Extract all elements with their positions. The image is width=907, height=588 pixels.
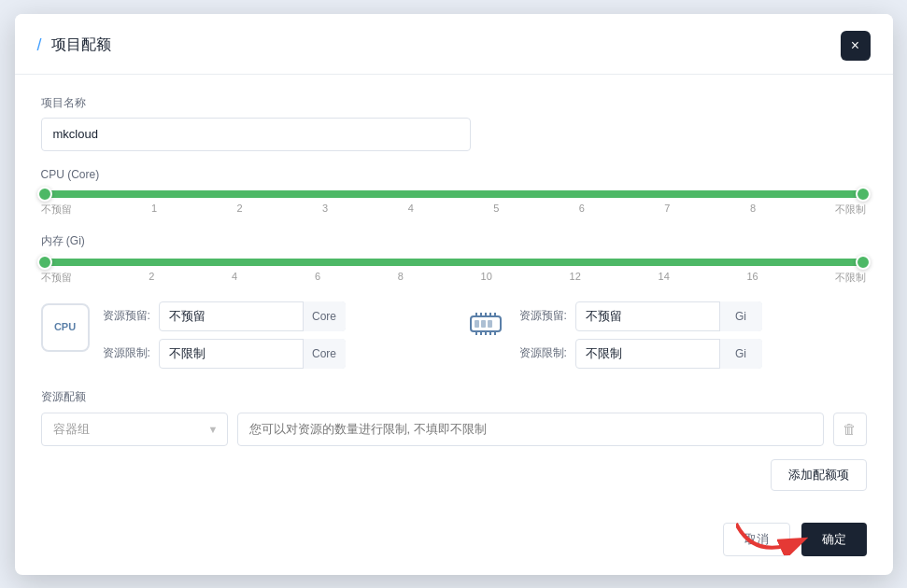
dialog-title: 项目配额: [51, 35, 841, 55]
dialog-body: 项目名称 CPU (Core) 不预留 1 2 3 4 5 6 7: [15, 75, 893, 510]
dialog-footer: 取消 确定: [15, 510, 893, 575]
cpu-slider-thumb-right[interactable]: [856, 187, 871, 202]
svg-rect-3: [488, 320, 492, 328]
cpu-fields: 资源预留: Core 资源限制: Core: [103, 301, 346, 369]
memory-slider[interactable]: 不预留 2 4 6 8 10 12 14 16 不限制: [41, 259, 867, 285]
quota-row: 容器组 ▼ 🗑: [41, 413, 867, 446]
cpu-reserve-label: 资源预留:: [103, 308, 151, 324]
cpu-section-label: CPU (Core): [41, 168, 867, 181]
resource-row: CPU 资源预留: Core 资源限制: Core: [41, 301, 867, 369]
memory-svg-icon: [465, 303, 506, 344]
memory-reserve-row: 资源预留: Gi: [519, 301, 762, 331]
cpu-limit-label: 资源限制:: [103, 345, 151, 361]
memory-limit-row: 资源限制: Gi: [519, 339, 762, 369]
delete-quota-button[interactable]: 🗑: [833, 413, 867, 446]
cpu-limit-row: 资源限制: Core: [103, 339, 346, 369]
memory-reserve-unit: Gi: [719, 301, 762, 331]
memory-icon: [465, 303, 506, 344]
project-name-label: 项目名称: [41, 95, 867, 111]
project-name-input[interactable]: [41, 118, 471, 151]
cpu-icon: CPU: [41, 303, 90, 352]
memory-slider-track: [41, 259, 867, 266]
cpu-limit-unit: Core: [303, 339, 346, 369]
cpu-reserve-row: 资源预留: Core: [103, 301, 346, 331]
quota-select-wrap: 容器组 ▼: [41, 413, 228, 446]
memory-slider-labels: 不预留 2 4 6 8 10 12 14 16 不限制: [41, 271, 867, 285]
quota-section: 资源配额 容器组 ▼ 🗑: [41, 389, 867, 446]
close-button[interactable]: ×: [841, 31, 871, 61]
memory-resource-card: 资源预留: Gi 资源限制: Gi: [465, 301, 867, 369]
memory-limit-unit: Gi: [719, 339, 762, 369]
cpu-slider[interactable]: 不预留 1 2 3 4 5 6 7 8 不限制: [41, 190, 867, 217]
quota-text-input[interactable]: [237, 413, 824, 446]
cpu-slider-thumb-left[interactable]: [37, 187, 52, 202]
cpu-section: CPU (Core) 不预留 1 2 3 4 5 6 7 8 不限制: [41, 168, 867, 217]
memory-section: 内存 (Gi) 不预留 2 4 6 8 10 12 14 16 不限制: [41, 233, 867, 285]
cancel-button[interactable]: 取消: [723, 523, 790, 556]
project-name-field: 项目名称: [41, 95, 867, 151]
memory-limit-input-wrap: Gi: [575, 339, 762, 369]
memory-reserve-label: 资源预留:: [519, 308, 568, 324]
cpu-resource-card: CPU 资源预留: Core 资源限制: Core: [41, 301, 443, 369]
memory-reserve-input-wrap: Gi: [575, 301, 762, 331]
cpu-icon-label: CPU: [54, 321, 76, 333]
cpu-reserve-input-wrap: Core: [159, 301, 346, 331]
svg-rect-2: [481, 320, 486, 328]
cpu-limit-input-wrap: Core: [159, 339, 346, 369]
trash-icon: 🗑: [843, 421, 857, 437]
cpu-reserve-unit: Core: [303, 301, 346, 331]
add-quota-section: 添加配额项: [41, 459, 867, 491]
project-quota-dialog: / 项目配额 × 项目名称 CPU (Core) 不预留 1 2 3: [15, 14, 893, 575]
cpu-slider-track: [41, 190, 867, 198]
memory-limit-label: 资源限制:: [519, 345, 568, 361]
memory-slider-thumb-left[interactable]: [37, 255, 52, 270]
quota-section-label: 资源配额: [41, 389, 867, 405]
memory-section-label: 内存 (Gi): [41, 233, 867, 249]
svg-rect-1: [475, 320, 479, 328]
header-slash-icon: /: [37, 35, 42, 55]
memory-slider-thumb-right[interactable]: [856, 255, 871, 270]
memory-fields: 资源预留: Gi 资源限制: Gi: [519, 301, 762, 369]
dialog-header: / 项目配额 ×: [15, 14, 893, 75]
confirm-button[interactable]: 确定: [801, 523, 867, 556]
cpu-slider-labels: 不预留 1 2 3 4 5 6 7 8 不限制: [41, 203, 867, 217]
quota-select[interactable]: 容器组: [41, 413, 228, 446]
add-quota-button[interactable]: 添加配额项: [771, 459, 867, 491]
